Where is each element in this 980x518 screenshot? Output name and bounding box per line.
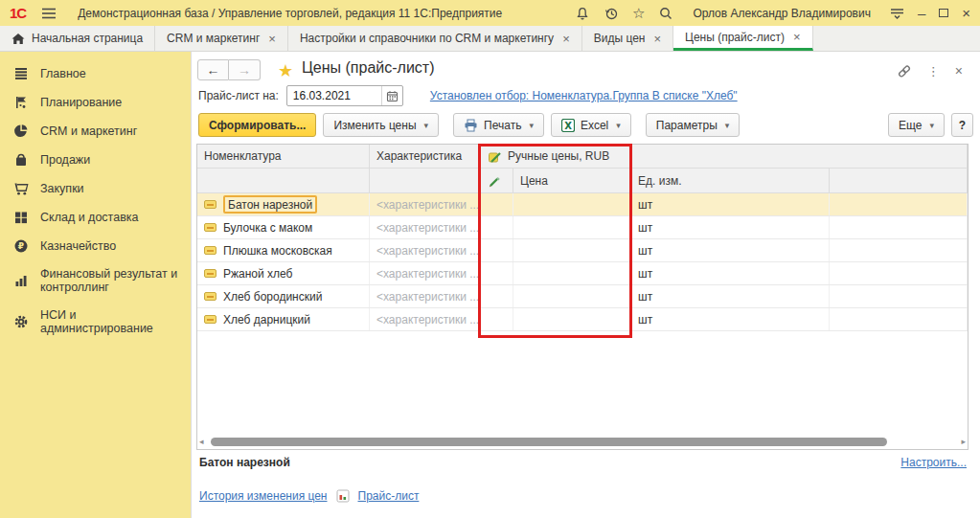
current-user[interactable]: Орлов Александр Владимирович bbox=[693, 7, 871, 20]
sidebar-item-main[interactable]: Главное bbox=[0, 59, 191, 88]
change-prices-button[interactable]: Изменить цены bbox=[323, 113, 439, 137]
scroll-left-icon[interactable]: ◂ bbox=[199, 438, 207, 446]
table-row[interactable]: Ржаной хлеб <характеристики ... шт bbox=[197, 262, 968, 285]
minimize-button[interactable]: – bbox=[918, 6, 925, 20]
excel-button[interactable]: X Excel bbox=[551, 113, 631, 137]
print-button[interactable]: Печать bbox=[453, 113, 544, 137]
edit-cell[interactable] bbox=[481, 193, 513, 215]
sidebar-item-administration[interactable]: НСИ и администрирование bbox=[0, 302, 191, 343]
empty-cell[interactable] bbox=[830, 239, 968, 261]
tab-crm-settings[interactable]: Настройки и справочники по CRM и маркети… bbox=[288, 26, 582, 51]
more-menu-icon[interactable]: ⋮ bbox=[927, 64, 940, 79]
table-row[interactable]: Плюшка московская <характеристики ... шт bbox=[197, 239, 968, 262]
generate-button[interactable]: Сформировать... bbox=[198, 113, 316, 137]
column-header-price[interactable]: Цена bbox=[513, 169, 631, 193]
scrollbar-thumb[interactable] bbox=[211, 438, 887, 446]
characteristic-cell[interactable]: <характеристики ... bbox=[370, 308, 481, 330]
maximize-button[interactable] bbox=[939, 9, 948, 17]
forward-button[interactable]: → bbox=[229, 59, 261, 80]
empty-cell[interactable] bbox=[830, 193, 968, 215]
price-history-link[interactable]: История изменения цен bbox=[199, 489, 328, 503]
close-tab-icon[interactable]: × bbox=[653, 32, 661, 46]
favorite-star-icon[interactable]: ★ bbox=[278, 60, 293, 81]
unit-cell[interactable]: шт bbox=[631, 193, 830, 215]
tab-price-list[interactable]: Цены (прайс-лист) × bbox=[673, 26, 812, 51]
main-menu-icon[interactable] bbox=[41, 7, 57, 20]
unit-cell[interactable]: шт bbox=[631, 262, 830, 284]
edit-cell[interactable] bbox=[481, 216, 513, 238]
nomenclature-cell[interactable]: Плюшка московская bbox=[197, 239, 370, 261]
column-group-manual-prices[interactable]: Ручные цены, RUB bbox=[481, 145, 631, 169]
edit-cell[interactable] bbox=[481, 285, 513, 307]
nomenclature-cell[interactable]: Батон нарезной bbox=[197, 193, 370, 215]
table-row[interactable]: Хлеб бородинский <характеристики ... шт bbox=[197, 285, 968, 308]
scroll-right-icon[interactable]: ▸ bbox=[958, 438, 966, 446]
scrollbar-track[interactable] bbox=[207, 438, 958, 446]
empty-cell[interactable] bbox=[830, 216, 968, 238]
price-cell[interactable] bbox=[513, 262, 631, 284]
parameters-button[interactable]: Параметры bbox=[646, 113, 741, 137]
close-window-button[interactable]: × bbox=[962, 5, 970, 21]
sidebar-item-financial-result[interactable]: Финансовый результат и контроллинг bbox=[0, 260, 191, 302]
history-icon[interactable] bbox=[604, 6, 619, 21]
edit-cell[interactable] bbox=[481, 262, 513, 284]
unit-cell[interactable]: шт bbox=[631, 216, 830, 238]
help-button[interactable]: ? bbox=[951, 113, 973, 137]
table-row[interactable]: Булочка с маком <характеристики ... шт bbox=[197, 216, 968, 239]
price-cell[interactable] bbox=[513, 308, 631, 330]
get-link-icon[interactable] bbox=[897, 64, 912, 79]
close-tab-icon[interactable]: × bbox=[562, 32, 570, 46]
table-row[interactable]: Хлеб дарницкий <характеристики ... шт bbox=[197, 308, 968, 331]
favorites-star-icon[interactable]: ☆ bbox=[632, 6, 645, 20]
column-header-unit[interactable]: Ед. изм. bbox=[631, 169, 830, 193]
sidebar-item-warehouse[interactable]: Склад и доставка bbox=[0, 203, 191, 232]
unit-cell[interactable]: шт bbox=[631, 239, 830, 261]
tab-price-kinds[interactable]: Виды цен × bbox=[582, 26, 673, 51]
characteristic-cell[interactable]: <характеристики ... bbox=[370, 239, 481, 261]
close-form-icon[interactable]: × bbox=[955, 63, 963, 79]
table-row[interactable]: Батон нарезной <характеристики ... шт bbox=[197, 193, 968, 216]
search-icon[interactable] bbox=[658, 6, 673, 21]
column-header-characteristic[interactable]: Характеристика bbox=[370, 145, 481, 169]
more-button[interactable]: Еще bbox=[888, 113, 945, 137]
notifications-bell-icon[interactable] bbox=[575, 6, 590, 21]
edit-cell[interactable] bbox=[481, 308, 513, 330]
price-cell[interactable] bbox=[513, 216, 631, 238]
characteristic-cell[interactable]: <характеристики ... bbox=[370, 193, 481, 215]
unit-cell[interactable]: шт bbox=[631, 308, 830, 330]
nomenclature-cell[interactable]: Хлеб бородинский bbox=[197, 285, 370, 307]
price-list-report-link[interactable]: Прайс-лист bbox=[358, 489, 420, 503]
price-cell[interactable] bbox=[513, 285, 631, 307]
column-header-edit[interactable] bbox=[481, 169, 513, 193]
close-tab-icon[interactable]: × bbox=[793, 30, 801, 44]
nomenclature-cell[interactable]: Булочка с маком bbox=[197, 216, 370, 238]
sidebar-item-purchases[interactable]: Закупки bbox=[0, 174, 191, 203]
configure-link[interactable]: Настроить... bbox=[900, 456, 967, 469]
price-list-date-input[interactable]: 16.03.2021 bbox=[286, 85, 403, 106]
collapse-panel-icon[interactable] bbox=[890, 7, 904, 20]
horizontal-scrollbar[interactable]: ◂ ▸ bbox=[199, 437, 966, 447]
close-tab-icon[interactable]: × bbox=[268, 32, 276, 46]
empty-cell[interactable] bbox=[830, 308, 968, 330]
column-header-nomenclature[interactable]: Номенклатура bbox=[197, 145, 370, 169]
price-cell[interactable] bbox=[513, 193, 631, 215]
sidebar-item-sales[interactable]: Продажи bbox=[0, 146, 191, 174]
sidebar-item-crm-marketing[interactable]: CRM и маркетинг bbox=[0, 117, 191, 146]
nomenclature-cell[interactable]: Хлеб дарницкий bbox=[197, 308, 370, 330]
calendar-icon[interactable] bbox=[381, 86, 402, 105]
nomenclature-cell[interactable]: Ржаной хлеб bbox=[197, 262, 370, 284]
selection-filter-link[interactable]: Установлен отбор: Номенклатура.Группа В … bbox=[430, 89, 738, 102]
empty-cell[interactable] bbox=[830, 285, 968, 307]
characteristic-cell[interactable]: <характеристики ... bbox=[370, 216, 481, 238]
sidebar-item-treasury[interactable]: ₽ Казначейство bbox=[0, 232, 191, 260]
sidebar-item-planning[interactable]: Планирование bbox=[0, 88, 191, 117]
price-cell[interactable] bbox=[513, 239, 631, 261]
tab-home[interactable]: Начальная страница bbox=[0, 26, 155, 51]
characteristic-cell[interactable]: <характеристики ... bbox=[370, 285, 481, 307]
empty-cell[interactable] bbox=[830, 262, 968, 284]
date-value[interactable]: 16.03.2021 bbox=[287, 89, 381, 102]
characteristic-cell[interactable]: <характеристики ... bbox=[370, 262, 481, 284]
unit-cell[interactable]: шт bbox=[631, 285, 830, 307]
back-button[interactable]: ← bbox=[197, 59, 229, 80]
selected-cell[interactable]: Батон нарезной bbox=[223, 195, 317, 214]
